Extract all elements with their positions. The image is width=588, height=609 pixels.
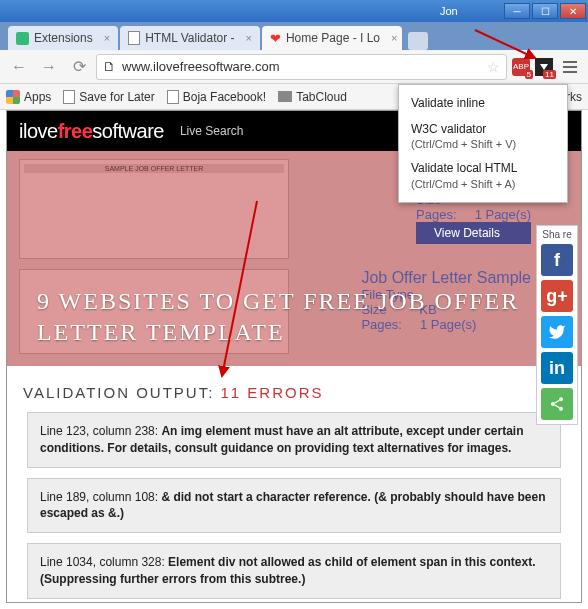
window-maximize-button[interactable]: ☐: [532, 3, 558, 19]
close-icon[interactable]: ×: [391, 32, 397, 44]
validation-error-item: Line 123, column 238: An img element mus…: [27, 412, 561, 468]
new-tab-button[interactable]: [408, 32, 428, 50]
hero-headline: 9 WEBSITES TO GET FREE JOB OFFER LETTER …: [37, 286, 521, 348]
svg-point-4: [559, 407, 563, 411]
tab-home-page[interactable]: ❤ Home Page - I Lo ×: [262, 26, 402, 50]
page-icon: [63, 90, 75, 104]
share-label: Sha re: [542, 230, 571, 240]
svg-point-2: [559, 397, 563, 401]
bookmark-save-for-later[interactable]: Save for Later: [63, 90, 154, 104]
bookmark-tabcloud[interactable]: TabCloud: [278, 90, 347, 104]
tab-extensions[interactable]: Extensions ×: [8, 26, 118, 50]
share-more-button[interactable]: [541, 388, 573, 420]
heart-icon: ❤: [270, 31, 281, 46]
tab-html-validator[interactable]: HTML Validator - ×: [120, 26, 260, 50]
forward-button[interactable]: →: [36, 54, 62, 80]
tabcloud-icon: [278, 91, 292, 102]
address-bar[interactable]: 🗋 www.ilovefreesoftware.com ☆: [96, 54, 507, 80]
validation-error-list: Line 123, column 238: An img element mus…: [7, 412, 581, 603]
share-twitter-button[interactable]: [541, 316, 573, 348]
window-close-button[interactable]: ✕: [560, 3, 586, 19]
tab-label: Home Page - I Lo: [286, 31, 380, 45]
view-details-button[interactable]: View Details: [416, 222, 531, 244]
validator-badge: 11: [543, 70, 556, 79]
close-icon[interactable]: ×: [246, 32, 252, 44]
tab-label: HTML Validator -: [145, 31, 234, 45]
menu-validate-local-html[interactable]: Validate local HTML (Ctrl/Cmd + Shift + …: [399, 156, 567, 196]
share-linkedin-button[interactable]: in: [541, 352, 573, 384]
share-facebook-button[interactable]: f: [541, 244, 573, 276]
window-titlebar: Jon ─ ☐ ✕: [0, 0, 588, 22]
validation-error-item: Line 1034, column 328: Element div not a…: [27, 543, 561, 599]
validation-error-item: Line 189, column 108: & did not start a …: [27, 478, 561, 534]
apps-icon: [6, 90, 20, 104]
page-icon: 🗋: [103, 59, 116, 74]
annotation-arrow-to-extension: [470, 20, 560, 70]
page-icon: [128, 31, 140, 45]
tab-label: Extensions: [34, 31, 93, 45]
chrome-menu-button[interactable]: [558, 61, 582, 73]
share-sidebar: Sha re f g+ in: [536, 225, 578, 425]
site-logo[interactable]: ilovefreesoftware: [19, 120, 164, 143]
close-icon[interactable]: ×: [104, 32, 110, 44]
annotation-arrow-to-errors: [147, 196, 267, 386]
menu-validate-inline[interactable]: Validate inline: [399, 91, 567, 117]
abp-badge: 5: [525, 70, 533, 79]
menu-w3c-validator[interactable]: W3C validator (Ctrl/Cmd + Shift + V): [399, 117, 567, 157]
page-icon: [167, 90, 179, 104]
validator-extension-menu: Validate inline W3C validator (Ctrl/Cmd …: [398, 84, 568, 203]
reload-button[interactable]: ⟳: [66, 54, 92, 80]
apps-button[interactable]: Apps: [6, 90, 51, 104]
bookmark-boja-facebook[interactable]: Boja Facebook!: [167, 90, 266, 104]
validation-output-heading: VALIDATION OUTPUT: 11 ERRORS: [7, 366, 581, 412]
address-url: www.ilovefreesoftware.com: [122, 59, 280, 74]
back-button[interactable]: ←: [6, 54, 32, 80]
svg-point-3: [551, 402, 555, 406]
window-username[interactable]: Jon: [440, 5, 458, 17]
window-minimize-button[interactable]: ─: [504, 3, 530, 19]
svg-line-1: [222, 201, 257, 376]
puzzle-icon: [16, 32, 29, 45]
svg-line-0: [475, 30, 535, 58]
live-search-label[interactable]: Live Search: [180, 124, 243, 138]
share-googleplus-button[interactable]: g+: [541, 280, 573, 312]
